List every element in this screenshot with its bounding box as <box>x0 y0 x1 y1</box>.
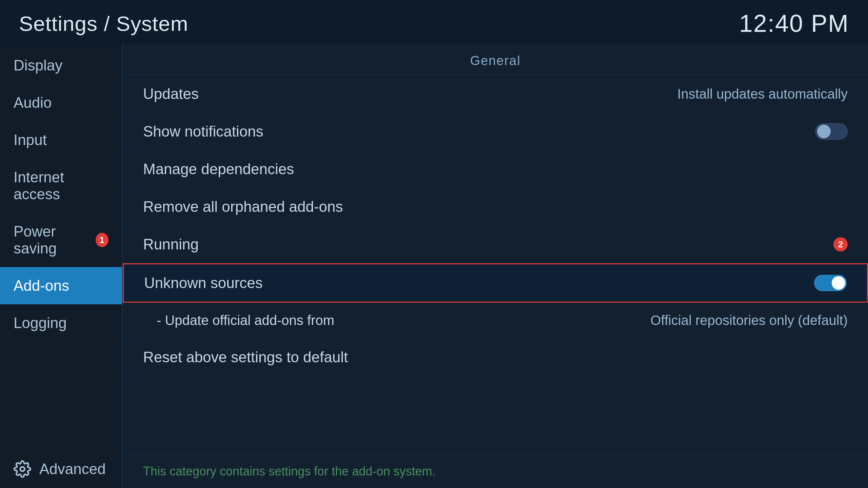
sidebar-item-label: Input <box>14 131 47 148</box>
sidebar-item-label: Internet access <box>14 169 108 203</box>
setting-value-updates: Install updates automatically <box>677 86 848 102</box>
header: Settings / System 12:40 PM <box>0 0 868 44</box>
content-area: General UpdatesInstall updates automatic… <box>122 44 868 488</box>
sidebar-item-label: Add-ons <box>14 277 69 294</box>
sidebar-item-display[interactable]: Display <box>0 47 122 84</box>
toggle-knob-unknown-sources <box>832 276 845 290</box>
setting-row-remove-orphaned[interactable]: Remove all orphaned add-ons <box>123 188 868 226</box>
toggle-show-notifications[interactable] <box>815 123 848 140</box>
badge-running: 2 <box>833 237 848 251</box>
sidebar-item-power-saving[interactable]: Power saving1 <box>0 213 122 267</box>
sidebar-nav: DisplayAudioInputInternet accessPower sa… <box>0 47 122 450</box>
sidebar-item-add-ons[interactable]: Add-ons <box>0 267 122 304</box>
setting-label-manage-dependencies: Manage dependencies <box>143 161 294 178</box>
svg-point-0 <box>20 467 25 471</box>
advanced-label: Advanced <box>39 461 106 477</box>
sidebar-item-logging[interactable]: Logging <box>0 304 122 342</box>
toggle-knob-show-notifications <box>817 125 831 138</box>
sidebar-item-label: Display <box>14 57 62 74</box>
sidebar-item-audio[interactable]: Audio <box>0 84 122 121</box>
setting-label-reset-settings: Reset above settings to default <box>143 349 348 366</box>
setting-label-remove-orphaned: Remove all orphaned add-ons <box>143 198 343 215</box>
setting-row-manage-dependencies[interactable]: Manage dependencies <box>123 150 868 188</box>
setting-row-updates[interactable]: UpdatesInstall updates automatically <box>123 75 868 113</box>
setting-label-show-notifications: Show notifications <box>143 123 263 140</box>
sidebar: DisplayAudioInputInternet accessPower sa… <box>0 44 122 488</box>
setting-row-running[interactable]: Running2 <box>123 226 868 263</box>
main-layout: DisplayAudioInputInternet accessPower sa… <box>0 44 868 488</box>
content-body: General UpdatesInstall updates automatic… <box>123 44 868 454</box>
sidebar-item-label: Audio <box>14 94 52 111</box>
toggle-unknown-sources[interactable] <box>814 275 847 291</box>
sidebar-item-label: Logging <box>14 314 67 331</box>
gear-icon <box>14 460 31 478</box>
setting-label-unknown-sources: Unknown sources <box>144 274 263 291</box>
sidebar-item-label: Power saving <box>14 223 96 257</box>
content-footer-description: This category contains settings for the … <box>123 454 868 488</box>
setting-value-update-official: Official repositories only (default) <box>650 313 848 328</box>
sidebar-footer-advanced[interactable]: Advanced <box>0 450 122 488</box>
sidebar-badge-power-saving: 1 <box>96 233 108 247</box>
setting-row-unknown-sources[interactable]: Unknown sources <box>123 263 868 303</box>
setting-label-running: Running <box>143 236 199 253</box>
setting-row-update-official[interactable]: - Update official add-ons fromOfficial r… <box>123 303 868 339</box>
setting-label-updates: Updates <box>143 85 199 102</box>
setting-row-show-notifications[interactable]: Show notifications <box>123 113 868 150</box>
setting-row-reset-settings[interactable]: Reset above settings to default <box>123 339 868 376</box>
sidebar-item-input[interactable]: Input <box>0 121 122 159</box>
section-title: General <box>123 44 868 75</box>
setting-label-update-official: - Update official add-ons from <box>143 313 334 328</box>
page-title: Settings / System <box>19 12 188 36</box>
clock: 12:40 PM <box>739 9 849 37</box>
sidebar-item-internet-access[interactable]: Internet access <box>0 159 122 213</box>
